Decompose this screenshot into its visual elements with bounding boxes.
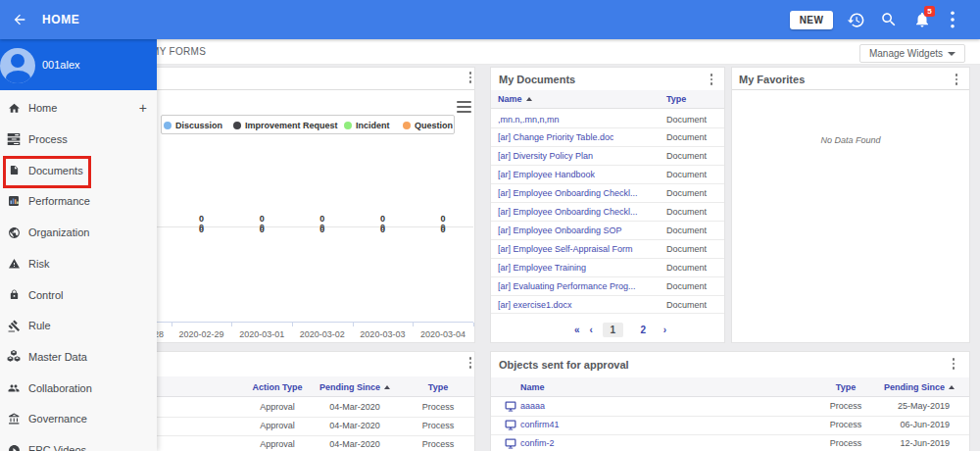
user-panel[interactable]: 001alex bbox=[0, 39, 157, 90]
row-separator bbox=[491, 434, 969, 435]
next-page-button[interactable]: › bbox=[663, 323, 666, 337]
performance-icon bbox=[7, 194, 21, 208]
object-name-link[interactable]: confim-2 bbox=[520, 438, 555, 448]
navigation-drawer: 001alex Home+ProcessDocumentsPerformance… bbox=[0, 39, 157, 451]
x-axis-label: 2020-03-02 bbox=[288, 329, 357, 339]
sidebar-item-process[interactable]: Process bbox=[0, 124, 157, 155]
history-icon bbox=[847, 11, 865, 29]
sidebar-item-organization[interactable]: Organization bbox=[0, 217, 157, 248]
search-button[interactable] bbox=[872, 0, 906, 39]
sidebar-item-label: Control bbox=[28, 289, 63, 301]
x-axis-tick bbox=[292, 323, 293, 326]
column-header-type[interactable]: Type bbox=[666, 94, 686, 104]
search-icon bbox=[880, 11, 898, 28]
column-header-pending-since[interactable]: Pending Since bbox=[319, 382, 390, 392]
sidebar-item-rule[interactable]: Rule bbox=[0, 310, 157, 341]
column-header-name[interactable]: Name bbox=[498, 94, 532, 104]
document-name-link[interactable]: [ar] Diversity Policy Plan bbox=[498, 151, 593, 161]
new-button[interactable]: NEW bbox=[790, 11, 833, 29]
object-pending-since-cell: 06-Jun-2019 bbox=[900, 420, 950, 429]
widget-title: My Favorites bbox=[739, 74, 805, 85]
document-name-link[interactable]: [ar] Employee Onboarding SOP bbox=[498, 226, 622, 235]
row-separator bbox=[491, 276, 724, 277]
chevron-down-icon bbox=[948, 52, 956, 56]
chart-widget-menu-button[interactable] bbox=[464, 70, 477, 85]
back-button[interactable] bbox=[0, 0, 39, 39]
my-favorites-menu-button[interactable] bbox=[950, 72, 963, 87]
object-pending-since-cell: 25-May-2019 bbox=[898, 401, 950, 411]
warning-icon bbox=[7, 257, 21, 271]
sidebar-item-master-data[interactable]: Master Data bbox=[0, 341, 157, 373]
pending-since-cell: 04-Mar-2020 bbox=[329, 421, 380, 430]
document-name-link[interactable]: [ar] Employee Self-Appraisal Form bbox=[498, 244, 633, 254]
legend-item-improvement-request[interactable]: Improvement Request bbox=[233, 116, 338, 135]
data-label: 0 bbox=[431, 225, 455, 234]
page-button-2[interactable]: 2 bbox=[633, 323, 654, 337]
monitor-icon bbox=[505, 438, 516, 449]
history-button[interactable] bbox=[839, 0, 872, 39]
sidebar-item-label: EPC Videos bbox=[28, 444, 86, 451]
document-name-link[interactable]: ,mn.n,.mn,n,mn bbox=[498, 115, 560, 125]
object-pending-since-cell: 12-Jun-2019 bbox=[900, 438, 950, 448]
legend-item-incident[interactable]: Incident bbox=[344, 116, 390, 135]
page-button-1[interactable]: 1 bbox=[603, 323, 623, 337]
document-name-link[interactable]: [ar] Employee Handbook bbox=[498, 170, 595, 179]
sidebar-item-label: Performance bbox=[28, 195, 90, 207]
first-page-button[interactable]: « bbox=[574, 323, 580, 337]
object-name-link[interactable]: confirm41 bbox=[520, 420, 560, 429]
legend-item-question[interactable]: Question bbox=[403, 116, 453, 135]
my-favorites-widget: My Favorites No Data Found bbox=[731, 67, 970, 343]
add-icon[interactable]: + bbox=[139, 100, 147, 116]
column-header-type[interactable]: Type bbox=[428, 382, 448, 392]
cubes-icon bbox=[7, 350, 21, 364]
chart-export-menu-button[interactable] bbox=[457, 101, 471, 113]
column-header-type[interactable]: Type bbox=[836, 382, 856, 392]
kebab-menu-icon bbox=[951, 11, 955, 28]
tab-my-forms[interactable]: MY FORMS bbox=[151, 39, 206, 65]
pagination: «‹12› bbox=[504, 323, 737, 337]
no-data-message: No Data Found bbox=[732, 135, 969, 145]
object-name-link[interactable]: aaaaa bbox=[520, 401, 545, 411]
column-header-name[interactable]: Name bbox=[520, 382, 545, 392]
document-name-link[interactable]: [ar] exercise1.docx bbox=[498, 300, 572, 310]
column-header-action-type[interactable]: Action Type bbox=[253, 382, 303, 392]
sidebar-item-control[interactable]: Control bbox=[0, 279, 157, 311]
previous-page-button[interactable]: ‹ bbox=[589, 323, 592, 337]
sidebar-item-collaboration[interactable]: Collaboration bbox=[0, 373, 157, 404]
document-type-cell: Document bbox=[666, 281, 707, 291]
approval-widget-menu-button[interactable] bbox=[947, 356, 960, 372]
sidebar-item-documents[interactable]: Documents bbox=[0, 155, 157, 186]
column-header-pending-since[interactable]: Pending Since bbox=[884, 382, 955, 392]
type-cell: Process bbox=[422, 402, 455, 412]
sidebar-item-label: Rule bbox=[28, 320, 51, 331]
sidebar-item-performance[interactable]: Performance bbox=[0, 185, 157, 217]
document-name-link[interactable]: [ar] Change Priority Table.doc bbox=[498, 132, 613, 142]
sidebar-item-governance[interactable]: Governance bbox=[0, 403, 157, 434]
sidebar-item-home[interactable]: Home+ bbox=[0, 92, 157, 124]
manage-widgets-button[interactable]: Manage Widgets bbox=[859, 44, 965, 63]
document-name-link[interactable]: [ar] Employee Onboarding Checkl... bbox=[498, 188, 638, 198]
legend-marker bbox=[233, 122, 241, 129]
appbar-menu-button[interactable] bbox=[939, 0, 966, 39]
data-label: 0 bbox=[370, 225, 394, 234]
action-type-cell: Approval bbox=[260, 402, 295, 412]
type-cell: Process bbox=[422, 439, 455, 449]
chart-legend: DiscussionImprovement RequestIncidentQue… bbox=[161, 115, 455, 134]
sort-asc-icon bbox=[949, 385, 955, 389]
document-name-link[interactable]: [ar] Employee Onboarding Checkl... bbox=[498, 207, 638, 217]
sidebar-item-epc-videos[interactable]: EPC Videos bbox=[0, 434, 157, 451]
app-bar: HOME NEW 5 bbox=[0, 0, 980, 39]
widget-title: My Documents bbox=[499, 74, 575, 85]
row-separator bbox=[491, 221, 724, 222]
pending-actions-menu-button[interactable] bbox=[464, 355, 477, 371]
objects-sent-for-approval-widget: Objects sent for approval Name Type Pend… bbox=[490, 351, 970, 451]
row-separator bbox=[491, 183, 724, 184]
notifications-button[interactable]: 5 bbox=[906, 0, 939, 39]
sidebar-item-risk[interactable]: Risk bbox=[0, 248, 157, 279]
document-name-link[interactable]: [ar] Evaluating Performance Prog... bbox=[498, 281, 636, 291]
my-documents-menu-button[interactable] bbox=[705, 72, 718, 87]
document-name-link[interactable]: [ar] Employee Training bbox=[498, 263, 586, 273]
legend-item-discussion[interactable]: Discussion bbox=[164, 116, 222, 135]
row-separator bbox=[491, 202, 724, 203]
x-axis-tick bbox=[473, 323, 474, 326]
